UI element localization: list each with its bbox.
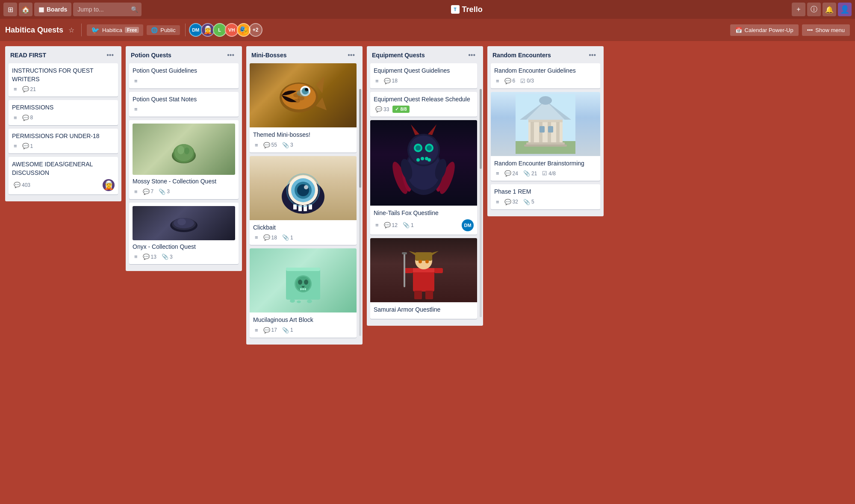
svg-marker-73 — [431, 251, 439, 255]
info-button[interactable]: ⓘ — [807, 3, 821, 16]
svg-rect-94 — [548, 126, 553, 133]
desc-icon-themed: ≡ — [255, 142, 258, 148]
card-potion-guidelines[interactable]: Potion Quest Guidelines ≡ — [129, 63, 239, 88]
nt-card-avatar: DM — [462, 219, 474, 231]
desc-badge-p1: ≡ — [494, 198, 501, 206]
search-input[interactable] — [73, 3, 142, 16]
card-badges-slime: ≡ 💬 17 📎 1 — [253, 326, 353, 334]
avatar-overflow[interactable]: +2 — [249, 23, 262, 37]
card-badges-permissions: ≡ 💬 8 — [12, 114, 115, 122]
svg-rect-78 — [404, 253, 405, 287]
slime-card-image — [250, 248, 357, 312]
card-title-permissions: PERMISSIONS — [12, 103, 115, 112]
card-nine-tails[interactable]: Nine-Tails Fox Questline ≡ 💬 12 📎 1 DM — [370, 120, 477, 235]
card-badges-nine-tails: ≡ 💬 12 📎 1 DM — [374, 219, 474, 231]
desc-badge-slime: ≡ — [253, 326, 260, 334]
samurai-image — [370, 238, 477, 302]
star-button[interactable]: ☆ — [67, 24, 76, 36]
svg-point-4 — [184, 147, 189, 154]
card-awesome-ideas[interactable]: AWESOME IDEAS/GENERAL DISCUSSION 💬 403 🧝 — [9, 157, 118, 194]
home-button[interactable]: 🏠 — [19, 3, 32, 16]
mini-boss-card-image — [250, 63, 357, 127]
add-button[interactable]: + — [792, 3, 805, 16]
avatar-dm[interactable]: DM — [189, 23, 203, 37]
card-title-themed: Themed Mini-bosses! — [253, 131, 353, 139]
column-potion-quests: Potion Quests ••• Potion Quest Guideline… — [126, 46, 242, 271]
svg-point-53 — [409, 136, 438, 165]
column-menu-equipment[interactable]: ••• — [466, 50, 478, 60]
desc-icon-ms: ≡ — [134, 189, 138, 195]
svg-point-74 — [419, 260, 422, 263]
avatar-px2[interactable]: 🎭 — [237, 23, 251, 37]
comments-badge2: 💬 8 — [21, 114, 35, 122]
visibility-button[interactable]: 🌐 Public — [147, 25, 180, 35]
samurai-svg — [400, 240, 447, 300]
description-badge2: ≡ — [12, 114, 19, 122]
desc-badge-eq: ≡ — [374, 77, 380, 85]
show-menu-button[interactable]: ••• Show menu — [802, 24, 850, 36]
board-header: Habitica Quests ☆ 🐦 Habitica Free 🌐 Publ… — [0, 19, 855, 41]
card-onyx[interactable]: Onyx - Collection Quest ≡ 💬 13 📎 3 — [129, 203, 239, 265]
column-menu-random[interactable]: ••• — [586, 50, 598, 60]
comment-icon4: 💬 — [14, 182, 21, 188]
comments-badge-eq: 💬 18 — [382, 77, 399, 85]
card-potion-stat-notes[interactable]: Potion Quest Stat Notes ≡ — [129, 92, 239, 117]
check-icon-re: ☑ — [520, 78, 525, 84]
avatar-l[interactable]: L — [213, 23, 227, 37]
onyx-image — [133, 206, 235, 240]
slime-svg — [277, 251, 329, 310]
comment-icon-eq: 💬 — [384, 78, 391, 84]
svg-marker-58 — [411, 124, 419, 135]
scroll-track-eq — [480, 89, 482, 317]
column-menu-read-first[interactable]: ••• — [104, 50, 116, 60]
workspace-button[interactable]: 🐦 Habitica Free — [87, 24, 143, 36]
card-instructions[interactable]: INSTRUCTIONS FOR QUEST WRITERS ≡ 💬 21 — [9, 63, 118, 97]
attach-badge-slime: 📎 1 — [280, 326, 295, 334]
clickbait-svg — [275, 158, 331, 218]
svg-rect-92 — [524, 144, 567, 147]
card-re-guidelines[interactable]: Random Encounter Guidelines ≡ 💬 6 ☑ 0/3 — [491, 63, 600, 88]
card-mucilaginous[interactable]: Mucilaginous Art Block ≡ 💬 17 📎 1 — [250, 248, 357, 338]
column-title-equipment: Equipment Quests — [372, 52, 466, 59]
svg-point-36 — [304, 280, 308, 285]
attach-badge-themed: 📎 3 — [280, 141, 295, 149]
attach-icon-reb: 📎 — [523, 170, 530, 177]
desc-icon-nt: ≡ — [375, 222, 379, 228]
card-mossy-stone[interactable]: Mossy Stone - Collection Quest ≡ 💬 7 📎 3 — [129, 120, 239, 199]
re-brainstorm-image — [491, 92, 600, 156]
card-permissions[interactable]: PERMISSIONS ≡ 💬 8 — [9, 100, 118, 125]
card-samurai-armor[interactable]: Samurai Armor Questline — [370, 238, 477, 319]
avatar-group: DM 🧝 L VH 🎭 +2 — [191, 23, 262, 37]
card-equipment-guidelines[interactable]: Equipment Quest Guidelines ≡ 💬 18 — [370, 63, 477, 88]
card-permissions-under18[interactable]: PERMISSIONS FOR UNDER-18 ≡ 💬 1 — [9, 129, 118, 154]
svg-point-19 — [297, 90, 310, 97]
comments-badge-clickbait: 💬 18 — [262, 233, 279, 242]
notifications-button[interactable]: 🔔 — [823, 3, 836, 16]
card-phase1-rem[interactable]: Phase 1 REM ≡ 💬 32 📎 5 — [491, 184, 600, 209]
column-title-mini-bosses: Mini-Bosses — [251, 52, 345, 59]
comments-badge4: 💬 403 — [12, 181, 32, 189]
avatar-vh[interactable]: VH — [225, 23, 239, 37]
nt-avatar-group: DM — [462, 219, 474, 231]
comment-icon-p1: 💬 — [504, 199, 511, 205]
desc-badge-clickbait: ≡ — [253, 233, 260, 242]
column-title-read-first: READ FIRST — [10, 52, 104, 59]
svg-point-25 — [304, 185, 308, 189]
calendar-button[interactable]: 📅 Calendar Power-Up — [730, 24, 799, 36]
card-themed-mini-bosses[interactable]: Themed Mini-bosses! ≡ 💬 55 📎 3 — [250, 63, 357, 153]
card-equipment-release[interactable]: Equipment Quest Release Schedule 💬 33 ✓ … — [370, 92, 477, 117]
card-title-clickbait: Clickbait — [253, 224, 353, 232]
svg-marker-14 — [316, 76, 324, 93]
apps-button[interactable]: ⊞ — [3, 3, 17, 16]
boards-button[interactable]: ▦ Boards — [34, 3, 71, 16]
avatar-pixel[interactable]: 🧝 — [201, 23, 215, 37]
desc-badge-re: ≡ — [494, 77, 501, 85]
svg-point-41 — [297, 301, 301, 303]
desc-badge-ms: ≡ — [133, 188, 139, 196]
card-re-brainstorming[interactable]: Random Encounter Brainstorming ≡ 💬 24 📎 … — [491, 92, 600, 181]
user-avatar-button[interactable]: 👤 — [838, 3, 852, 16]
column-menu-potion[interactable]: ••• — [224, 50, 237, 60]
card-clickbait[interactable]: Clickbait ≡ 💬 18 📎 1 — [250, 156, 357, 245]
comment-icon3: 💬 — [22, 143, 29, 149]
column-menu-mini-bosses[interactable]: ••• — [345, 50, 357, 60]
